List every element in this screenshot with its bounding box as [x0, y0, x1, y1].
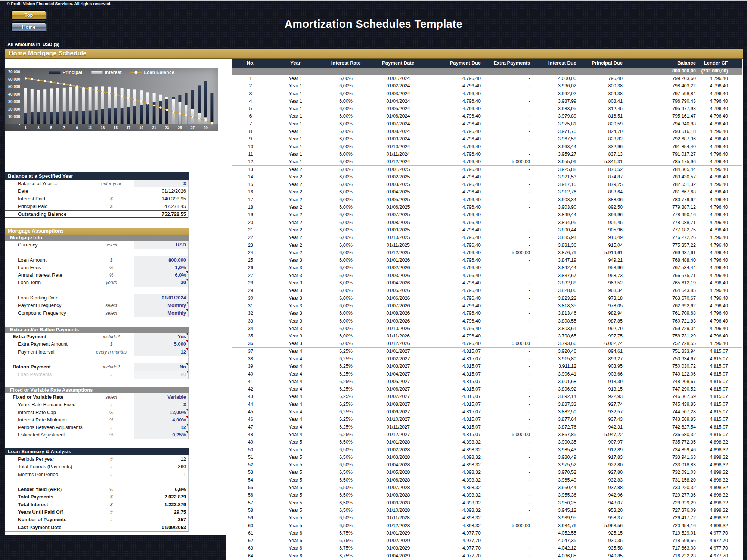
cell[interactable]: - [486, 256, 535, 264]
cell[interactable]: - [486, 203, 535, 211]
cell[interactable]: 6,00% [322, 325, 370, 332]
cell[interactable]: 01/08/2027 [370, 401, 426, 408]
cell[interactable]: Year 1 [269, 143, 322, 150]
cell[interactable]: 6,00% [322, 135, 370, 143]
cell[interactable]: 6,25% [322, 393, 370, 400]
cell[interactable]: 973,18 [582, 295, 628, 302]
cell[interactable]: 4.796,40 [701, 272, 742, 279]
cell[interactable]: 4.796,40 [701, 90, 742, 97]
cell[interactable]: 18 [232, 203, 269, 211]
column-header-interest-due[interactable]: Interest Due [535, 59, 582, 68]
cell[interactable]: 01/10/2027 [370, 416, 426, 423]
cell[interactable]: 17 [232, 196, 269, 203]
cell[interactable]: 6,75% [322, 529, 370, 537]
cell[interactable]: 15 [232, 181, 269, 188]
cell[interactable]: 01/06/2027 [370, 385, 426, 393]
cell[interactable]: 4.796,40 [426, 90, 486, 97]
cell[interactable]: 734.859,46 [628, 446, 701, 454]
cell[interactable]: 6,50% [322, 446, 370, 454]
cell[interactable]: Year 1 [269, 150, 322, 158]
cell[interactable]: 4.796,40 [426, 150, 486, 158]
cell[interactable]: Year 4 [269, 393, 322, 400]
cell[interactable]: 4.796,40 [426, 234, 486, 241]
cell[interactable]: 4.898,32 [426, 522, 486, 529]
cell[interactable]: 32 [232, 309, 269, 317]
cell[interactable]: 733.018,83 [628, 461, 701, 469]
cell[interactable]: 4.796,40 [426, 203, 486, 211]
cell[interactable]: 4.796,40 [426, 332, 486, 340]
cell[interactable]: 01/02/2028 [370, 446, 426, 454]
cell[interactable]: 12 [232, 158, 269, 165]
cell[interactable]: Year 2 [269, 203, 322, 211]
cell[interactable]: 716.722,23 [628, 552, 701, 560]
cell[interactable]: 36 [232, 340, 269, 347]
cell[interactable]: 01/02/2027 [370, 355, 426, 363]
column-header-principal-due[interactable]: Principal Due [582, 59, 628, 68]
cell[interactable]: 60 [232, 522, 269, 529]
cell[interactable]: 01/12/2028 [370, 522, 426, 529]
cell[interactable]: 55 [232, 484, 269, 491]
column-header-extra-payments[interactable]: Extra Payments [486, 59, 535, 68]
cell[interactable]: 4.977,70 [426, 529, 486, 537]
cell[interactable]: Year 4 [269, 378, 322, 385]
cell[interactable]: Year 3 [269, 264, 322, 271]
cell[interactable]: 3.885,91 [535, 234, 582, 241]
cell[interactable]: 782.551,32 [628, 181, 701, 188]
column-header-balance[interactable]: Balance [628, 59, 701, 68]
cell[interactable]: 4.898,32 [701, 476, 742, 484]
cell[interactable]: 01/02/2024 [370, 82, 426, 90]
cell[interactable]: 992,79 [582, 325, 628, 332]
cell[interactable]: 3.894,95 [535, 219, 582, 226]
cell[interactable]: - [486, 234, 535, 241]
cell[interactable]: 963,52 [582, 279, 628, 287]
cell[interactable]: - [486, 461, 535, 469]
cell[interactable]: 778.088,71 [628, 219, 701, 226]
cell[interactable]: 45 [232, 408, 269, 416]
cell[interactable]: 01/10/2025 [370, 234, 426, 241]
cell[interactable]: 6,00% [322, 150, 370, 158]
cell[interactable]: 932,57 [582, 408, 628, 416]
cell[interactable]: 927,74 [582, 401, 628, 408]
cell[interactable]: 4.815,07 [701, 423, 742, 431]
cell[interactable]: - [486, 454, 535, 461]
cell[interactable]: 6,00% [322, 90, 370, 97]
cell[interactable]: 01/08/2024 [370, 128, 426, 135]
column-header-lender-cf[interactable]: Lender CF [701, 59, 742, 68]
cell[interactable]: 997,75 [582, 332, 628, 340]
cell[interactable]: Year 4 [269, 408, 322, 416]
cell[interactable]: 4.796,40 [426, 295, 486, 302]
cell[interactable]: 59 [232, 514, 269, 522]
cell[interactable]: 4.977,70 [701, 537, 742, 544]
cell[interactable]: - [486, 264, 535, 271]
cell[interactable]: 4.796,40 [701, 264, 742, 271]
cell[interactable]: 778.990,16 [628, 211, 701, 218]
cell[interactable]: Year 4 [269, 355, 322, 363]
cell[interactable]: 5.000,00 [486, 431, 535, 438]
cell[interactable]: - [486, 287, 535, 294]
cell[interactable]: Year 3 [269, 325, 322, 332]
cell[interactable]: 25 [232, 256, 269, 264]
cell[interactable]: 894,61 [582, 348, 628, 355]
cell[interactable]: 987,85 [582, 317, 628, 325]
row-value[interactable]: Yes [134, 333, 188, 340]
cell[interactable]: - [486, 82, 535, 90]
cell[interactable]: 732.091,03 [628, 469, 701, 476]
cell[interactable]: 6,00% [322, 211, 370, 218]
cell[interactable]: Year 2 [269, 234, 322, 241]
cell[interactable]: 6,00% [322, 188, 370, 196]
cell[interactable]: 800,38 [582, 82, 628, 90]
cell[interactable]: 01/08/2028 [370, 491, 426, 499]
top-button[interactable]: Top [11, 10, 46, 20]
cell[interactable]: 01/01/2028 [370, 438, 426, 446]
cell[interactable]: 01/02/2026 [370, 264, 426, 271]
cell[interactable]: 33 [232, 317, 269, 325]
cell[interactable]: 6,75% [322, 537, 370, 544]
cell[interactable]: 792.687,36 [628, 135, 701, 143]
cell[interactable]: 4.047,35 [535, 537, 582, 544]
cell[interactable]: 4.796,40 [426, 340, 486, 347]
cell[interactable]: 763.670,67 [628, 295, 701, 302]
row-value[interactable]: USD [134, 241, 188, 249]
cell[interactable]: - [486, 484, 535, 491]
cell[interactable]: 01/12/2024 [370, 158, 426, 165]
cell[interactable]: Year 5 [269, 454, 322, 461]
